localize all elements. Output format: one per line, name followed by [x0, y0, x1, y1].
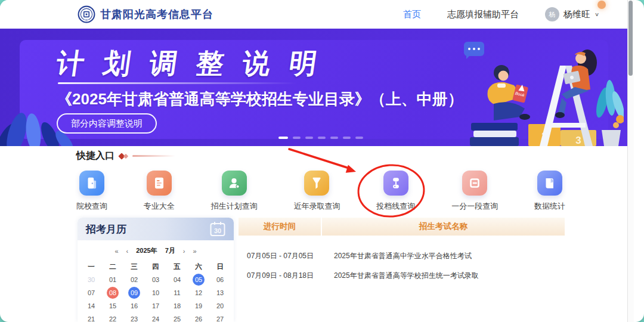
calendar-day[interactable]: 16 [123, 299, 145, 312]
calendar-day[interactable]: 26 [188, 312, 209, 322]
funnel-icon [304, 171, 329, 196]
carousel-dot[interactable] [318, 137, 326, 139]
calendar-weekdays: 一二三四五六日 [78, 260, 234, 273]
calendar-weekday: 五 [166, 260, 188, 273]
calendar-day[interactable]: 19 [188, 299, 209, 312]
calendar-day[interactable]: 06 [209, 273, 231, 286]
schedule-row: 07月05日 - 07月05日2025年甘肃省普通高中学业水平合格性考试 [239, 246, 565, 266]
segment-icon [462, 171, 487, 196]
schedule-row: 07月09日 - 08月18日2025年甘肃省普通高等学校招生统一考试录取 [239, 266, 565, 286]
calendar-weekday: 四 [145, 260, 166, 273]
calendar-day[interactable]: 05 [188, 273, 209, 286]
stats-icon [537, 171, 562, 196]
calendar-day[interactable]: 10 [145, 286, 166, 299]
hero-banner[interactable]: 2 3 Book [0, 29, 628, 146]
carousel-dots [278, 137, 363, 139]
site-title: 甘肃阳光高考信息平台 [100, 7, 213, 21]
prev-month-button[interactable]: ‹ [126, 247, 129, 255]
quick-entry-item[interactable]: 近年录取查询 [293, 171, 340, 212]
nav-home[interactable]: 首页 [403, 9, 421, 20]
calendar-day[interactable]: 08 [102, 286, 123, 299]
calendar-day[interactable]: 09 [123, 286, 145, 299]
carousel-dot[interactable] [278, 137, 288, 139]
prev-year-button[interactable]: « [114, 247, 118, 255]
calendar-year-select[interactable]: 2025年 [136, 246, 157, 255]
banner-detail-button[interactable]: 部分内容调整说明 [57, 113, 157, 134]
quick-entry-item[interactable]: 数据统计 [534, 171, 565, 212]
calendar-title: 招考月历 [86, 222, 126, 236]
calendar-header: 招考月历 30 [78, 218, 234, 240]
calendar-day[interactable]: 11 [166, 286, 188, 299]
calendar-day[interactable]: 01 [102, 273, 123, 286]
calendar-weekday: 日 [209, 260, 231, 273]
scrollbar[interactable] [627, 0, 634, 322]
calendar-day[interactable]: 15 [102, 299, 123, 312]
carousel-dot[interactable] [330, 137, 338, 139]
scrollbar-thumb[interactable] [628, 1, 633, 76]
quick-entry-label: 招生计划查询 [211, 201, 258, 212]
calendar-day[interactable]: 02 [123, 273, 145, 286]
calendar-day[interactable]: 13 [209, 286, 231, 299]
calendar-day[interactable]: 17 [145, 299, 166, 312]
quick-entry-item[interactable]: 招生计划查询 [211, 171, 258, 212]
calendar-panel: 招考月历 30 « ‹ 2025年 7月 › » 一二三四五六日 3001020… [78, 218, 234, 322]
calendar-icon-label: 30 [214, 227, 221, 234]
sun-decoration-icon [597, 1, 606, 9]
person-icon [222, 171, 247, 196]
calendar-day[interactable]: 24 [145, 312, 166, 322]
flowchart-icon [383, 171, 408, 196]
calendar-day[interactable]: 20 [209, 299, 231, 312]
carousel-dot[interactable] [305, 137, 313, 139]
calendar-day[interactable]: 21 [80, 312, 102, 322]
user-menu[interactable]: 杨 杨维旺 ∨ [545, 7, 599, 21]
nav-assist-platform[interactable]: 志愿填报辅助平台 [447, 9, 519, 20]
next-year-button[interactable]: » [193, 247, 196, 255]
calendar-day[interactable]: 25 [166, 312, 188, 322]
calendar-month-select[interactable]: 7月 [165, 246, 175, 255]
logo-seal-icon [78, 5, 95, 23]
quick-entry-label: 数据统计 [534, 201, 565, 212]
banner-underline [58, 82, 296, 84]
calendar-day[interactable]: 30 [80, 273, 102, 286]
quick-entry-section: 快捷入口 院校查询专业大全招生计划查询近年录取查询投档线查询一分一段查询数据统计 [76, 150, 565, 212]
quick-entry-item[interactable]: 一分一段查询 [451, 171, 498, 212]
quick-entry-item-highlighted[interactable]: 投档线查询 [376, 171, 415, 212]
carousel-dot[interactable] [293, 137, 301, 139]
calendar-day[interactable]: 07 [80, 286, 102, 299]
calendar-weekday: 六 [188, 260, 209, 273]
quick-entry-header: 快捷入口 [76, 150, 565, 162]
user-name: 杨维旺 [564, 9, 590, 20]
calendar-day[interactable]: 18 [166, 299, 188, 312]
schedule-exam-name: 2025年甘肃省普通高等学校招生统一考试录取 [322, 271, 565, 281]
banner-title: 计划调整说明 [54, 45, 339, 82]
quick-entry-item[interactable]: 院校查询 [76, 171, 107, 212]
carousel-dot[interactable] [355, 137, 363, 139]
calendar-day[interactable]: 27 [209, 312, 231, 322]
calendar-day[interactable]: 04 [166, 273, 188, 286]
schedule-exam-name: 2025年甘肃省普通高中学业水平合格性考试 [322, 251, 565, 261]
document-icon [147, 171, 172, 196]
quick-entry-item[interactable]: 专业大全 [144, 171, 175, 212]
diamond-decoration-icon [123, 153, 128, 158]
schedule-col-time: 进行时间 [239, 218, 322, 236]
calendar-day[interactable]: 03 [145, 273, 166, 286]
top-header: 甘肃阳光高考信息平台 首页 志愿填报辅助平台 杨 杨维旺 ∨ [0, 0, 628, 29]
calendar-day[interactable]: 22 [102, 312, 123, 322]
page: 甘肃阳光高考信息平台 首页 志愿填报辅助平台 杨 杨维旺 ∨ [0, 0, 644, 322]
carousel-dot[interactable] [343, 137, 351, 139]
quick-entry-label: 院校查询 [76, 201, 107, 212]
top-nav: 首页 志愿填报辅助平台 杨 杨维旺 ∨ [403, 7, 599, 21]
calendar-weekday: 三 [123, 260, 145, 273]
quick-entry-items: 院校查询专业大全招生计划查询近年录取查询投档线查询一分一段查询数据统计 [76, 171, 565, 212]
quick-entry-label: 一分一段查询 [451, 201, 498, 212]
calendar-grid: 3001020304050607080910111213141516171819… [78, 273, 234, 322]
calendar-day[interactable]: 14 [80, 299, 102, 312]
pedestal-number: 3 [575, 135, 581, 146]
calendar-day[interactable]: 12 [188, 286, 209, 299]
site-logo[interactable]: 甘肃阳光高考信息平台 [78, 5, 213, 23]
calendar-weekday: 一 [80, 260, 102, 273]
schedule-col-name: 招生考试名称 [322, 218, 565, 236]
calendar-day[interactable]: 23 [123, 312, 145, 322]
next-month-button[interactable]: › [183, 247, 185, 255]
quick-entry-title: 快捷入口 [76, 150, 114, 162]
